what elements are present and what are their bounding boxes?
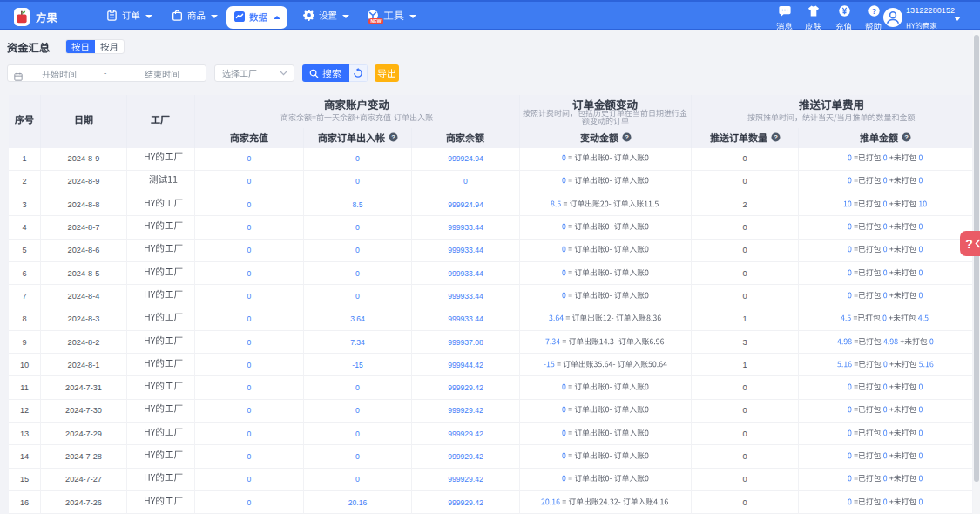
svg-text:?: ?	[625, 133, 629, 141]
svg-text:?: ?	[871, 7, 875, 16]
svg-text:?: ?	[904, 133, 909, 141]
svg-text:?: ?	[774, 133, 778, 141]
svg-text:?: ?	[391, 133, 395, 141]
